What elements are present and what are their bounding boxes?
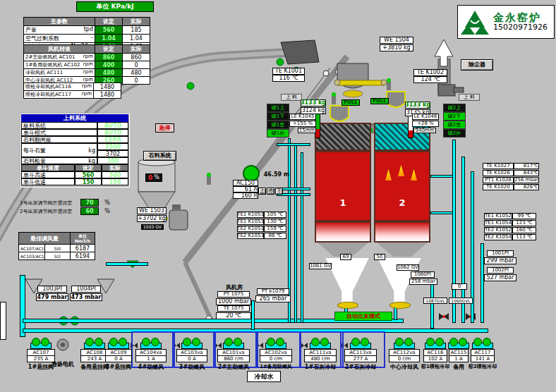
- te-k1027-id: TE K1027: [483, 163, 514, 169]
- pi-1003-value: 479 mbar: [36, 293, 68, 301]
- belt-conveyor: [337, 80, 384, 85]
- stone-weight-set[interactable]: 3500: [97, 143, 128, 150]
- te-1075-id: TE 1075: [217, 305, 250, 312]
- fan-icon[interactable]: [310, 338, 331, 349]
- pipe-riser: [452, 140, 456, 323]
- we1504-id: WE 1504: [380, 37, 413, 44]
- kiln2-preheater: [374, 123, 430, 151]
- tank2-out[interactable]: 罐2外: [443, 129, 466, 137]
- tank1-in[interactable]: 罐1里: [267, 121, 289, 129]
- mode-value[interactable]: AUTO: [97, 129, 128, 136]
- discharge-pos-right: 50: [374, 254, 385, 260]
- le-k1046-pct: +28 %: [412, 121, 439, 127]
- weigh-vessel: [169, 210, 188, 230]
- motor-label: 1#石灰冷却: [305, 363, 336, 371]
- auto-ash-mode-button[interactable]: 自动出灰模式: [334, 312, 392, 321]
- gvl-a-label: 1087GVL: [423, 298, 447, 304]
- fan-icon[interactable]: [472, 338, 493, 349]
- te-k1027-value: 817℃: [514, 163, 539, 169]
- speed-set[interactable]: 560: [75, 171, 102, 178]
- motor-value: 1 A: [135, 355, 167, 362]
- motor-value: 0 A: [105, 355, 132, 362]
- motor-value: 102 A: [423, 355, 447, 362]
- fan-icon[interactable]: [140, 338, 162, 349]
- te-k1001-id: TE K1001: [272, 68, 305, 75]
- feed-label-right: 上 料: [459, 94, 480, 101]
- fan-icon[interactable]: [223, 338, 244, 349]
- weigh-hopper-2: [387, 92, 405, 107]
- speed-set[interactable]: 150: [75, 178, 102, 185]
- kiln1-preheater: [315, 123, 371, 151]
- mode-value[interactable]: CERR: [97, 136, 128, 143]
- full-indicator-2: FULL: [370, 98, 389, 104]
- fan-speed-table: 风机转速 设定 实际 2#主助燃风机 AC101rpm 860 860 1#备用…: [23, 44, 150, 85]
- fan-icon[interactable]: [181, 338, 203, 349]
- te-k1002-id: TE K1002: [413, 69, 447, 76]
- hoist-stop-button[interactable]: 停: [267, 188, 274, 195]
- hoist-current: 61 A: [233, 186, 258, 192]
- pipe: [430, 212, 453, 214]
- te-k1020-value: 826℃: [514, 184, 539, 190]
- pi-1080-id: 1080PI: [411, 271, 435, 278]
- pulley-icon: [323, 71, 329, 76]
- ash-valve2-setting[interactable]: 60: [80, 207, 99, 215]
- hopper-outlet: [389, 302, 411, 309]
- fan-icon[interactable]: [448, 338, 469, 349]
- emergency-stop-button[interactable]: 急停: [155, 123, 174, 133]
- gv-1062-label: 1062 GV: [397, 264, 419, 271]
- te1-k1053-value: 130 ℃: [264, 219, 286, 225]
- company-phone: 15020971926: [493, 23, 548, 31]
- te1-k1051-id: TE1 K1051: [237, 212, 264, 218]
- tank1-out[interactable]: 罐1外: [267, 129, 289, 137]
- te1-k1052-value: 99 ℃: [512, 213, 536, 219]
- kiln1-number: 1: [316, 197, 370, 208]
- motor-value: 860 r/m: [217, 355, 250, 362]
- setpoint-cell[interactable]: 480: [95, 69, 123, 77]
- motor-value: 0 A: [176, 355, 207, 362]
- fan-icon[interactable]: [108, 338, 129, 349]
- te2-k1052-value: 160 ℃: [512, 227, 536, 233]
- airflow-table: 最佳调风量 单位 Nm3/h AC107/AC100 SI0 6187 AC10…: [18, 232, 95, 260]
- ash-valve1-setting[interactable]: 70: [80, 199, 99, 207]
- fan-icon[interactable]: [265, 338, 286, 349]
- motor-value: 141 A: [471, 355, 495, 362]
- pi-1003-id: 1003PI: [37, 286, 67, 293]
- tank2-in[interactable]: 罐2里: [443, 121, 466, 129]
- te-k1026-value: 843℃: [514, 170, 539, 176]
- tank2-down[interactable]: 罐2下: [443, 112, 466, 121]
- stone-check-value[interactable]: 100: [97, 157, 128, 164]
- pipe: [430, 175, 453, 178]
- hoist-down-button[interactable]: 下: [275, 188, 283, 195]
- setpoint-cell[interactable]: 1.04: [95, 35, 123, 43]
- setpoint-cell[interactable]: 400: [95, 61, 123, 69]
- tank1-up[interactable]: 罐1上: [267, 104, 289, 112]
- discharge-aux-value: 0: [452, 283, 467, 290]
- dust-collector-button[interactable]: 除尘器: [461, 59, 493, 71]
- tank2-up[interactable]: 罐2上: [443, 104, 466, 112]
- fan-icon[interactable]: [394, 338, 415, 349]
- motor-label: 中心冷却风: [390, 363, 418, 371]
- kiln2-shaft[interactable]: 2: [374, 151, 430, 221]
- fan-icon[interactable]: [30, 338, 52, 349]
- stone-system-button[interactable]: 石料系统: [143, 151, 176, 161]
- fan-icon[interactable]: [350, 338, 371, 349]
- station-ac102: AC102va 0 r/m 1#备用助燃风: [257, 337, 295, 369]
- pt-1075-value: 1000 mbar: [216, 298, 251, 305]
- motor-label: 窑1喷枪冷却: [421, 363, 449, 370]
- gv-1061-label: 1061 GV: [309, 263, 332, 269]
- feeding-system-panel: 上料系统 板料系统AUTO 单斗模式AUTO 石料翻闸板CERR 每斗石重kg …: [20, 113, 130, 188]
- ash-valve1-label: 1号出灰调节阀开度设定: [20, 200, 80, 207]
- le-k1045-pct: +155 %: [289, 121, 316, 127]
- scada-screen: 1 2 单位 KPa/kJ 金永窑炉 15020971926 主参数 设定: [0, 0, 556, 392]
- setpoint-cell[interactable]: 560: [95, 26, 123, 35]
- setpoint-cell[interactable]: 860: [95, 54, 123, 61]
- mode-value[interactable]: AUTO: [97, 122, 128, 129]
- flame-icon: [411, 169, 417, 180]
- fan-icon[interactable]: [84, 338, 105, 349]
- kiln1-shaft[interactable]: 1: [315, 151, 371, 221]
- fan-icon[interactable]: [425, 338, 446, 349]
- hoist-up-button[interactable]: 上: [258, 188, 266, 195]
- conveyor-status-dot: [187, 82, 194, 90]
- motor-value: 0 r/m: [389, 355, 420, 362]
- tank1-down[interactable]: 罐1下: [267, 112, 289, 121]
